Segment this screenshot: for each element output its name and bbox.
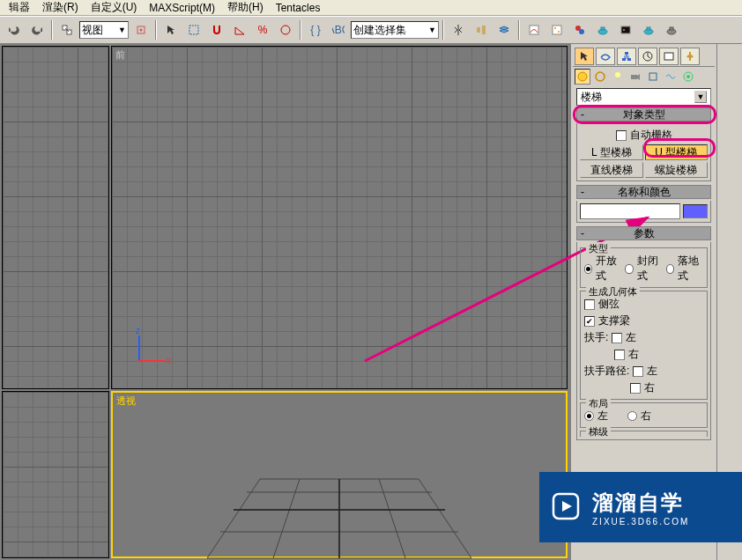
viewport-perspective[interactable]: 透视 <box>111 391 568 558</box>
railpath-left-checkbox[interactable] <box>633 366 643 377</box>
viewport-area: 前 z x 透视 <box>0 44 571 560</box>
render-frame-icon[interactable] <box>615 19 636 41</box>
main-toolbar: 视图▼ % { } ABC 创建选择集▼ <box>0 16 742 44</box>
autogrid-checkbox[interactable] <box>616 130 627 141</box>
name-color-body <box>576 201 711 223</box>
render-setup-icon[interactable] <box>592 19 613 41</box>
viewport-top-left[interactable] <box>2 46 109 389</box>
rollout-name-color[interactable]: - 名称和颜色 <box>576 185 711 199</box>
align-icon[interactable] <box>471 19 492 41</box>
lights-icon[interactable] <box>610 69 626 85</box>
perspective-grid <box>207 444 471 560</box>
material-editor-icon[interactable] <box>569 19 590 41</box>
svg-rect-10 <box>477 27 480 33</box>
viewport-bottom-left[interactable] <box>2 391 109 558</box>
svg-point-51 <box>615 72 620 77</box>
select-region-icon[interactable] <box>183 19 204 41</box>
handrail-right-checkbox[interactable] <box>614 350 625 360</box>
command-tabs <box>573 46 715 67</box>
layout-left-radio[interactable] <box>584 411 594 421</box>
rollout-parameters[interactable]: - 参数 <box>576 226 711 240</box>
svg-point-4 <box>140 29 143 32</box>
category-value: 楼梯 <box>581 90 602 105</box>
steps-group: 梯级 <box>580 431 708 437</box>
selection-set-combo[interactable]: 创建选择集▼ <box>351 21 439 39</box>
gen-geom-group: 生成几何体 侧弦 ✔支撑梁 扶手: 左 右 扶手路径: 左 右 <box>580 291 708 400</box>
link-icon[interactable] <box>56 19 78 41</box>
shapes-icon[interactable] <box>592 69 608 85</box>
svg-rect-13 <box>553 26 561 34</box>
menu-help[interactable]: 帮助(H) <box>222 0 269 16</box>
handrail-label: 扶手: <box>584 330 608 345</box>
l-stair-button[interactable]: L 型楼梯 <box>580 144 643 160</box>
svg-point-21 <box>623 29 625 31</box>
schematic-icon[interactable] <box>546 19 568 41</box>
object-type-body: 自动栅格 L 型楼梯 U 型楼梯 直线楼梯 螺旋楼梯 <box>576 123 711 181</box>
angle-snap-icon[interactable] <box>229 19 250 41</box>
svg-text:%: % <box>258 24 268 36</box>
viewport-front[interactable]: 前 z x <box>111 46 568 389</box>
category-combo[interactable]: 楼梯 ▼ <box>576 88 711 106</box>
create-tab-icon[interactable] <box>575 48 594 65</box>
spacewarps-icon[interactable] <box>663 69 679 85</box>
helpers-icon[interactable] <box>645 69 661 85</box>
type-open-radio[interactable] <box>584 264 592 274</box>
stringers-checkbox[interactable] <box>584 299 595 310</box>
menu-customize[interactable]: 自定义(U) <box>85 0 143 16</box>
pivot-icon[interactable] <box>130 19 152 41</box>
cameras-icon[interactable] <box>627 69 643 85</box>
named-sel-abc-icon[interactable]: ABC <box>328 19 349 41</box>
snap-toggle-icon[interactable] <box>206 19 227 41</box>
type-group: 类型 开放式 封闭式 落地式 <box>580 247 708 288</box>
layer-icon[interactable] <box>493 19 515 41</box>
type-box-radio[interactable] <box>666 264 674 274</box>
spinner-snap-icon[interactable] <box>275 19 296 41</box>
object-color-swatch[interactable] <box>683 204 708 218</box>
svg-rect-14 <box>554 27 556 29</box>
motion-tab-icon[interactable] <box>638 48 657 65</box>
quick-render-icon[interactable] <box>638 19 659 41</box>
menu-bar[interactable]: 辑器 渲染(R) 自定义(U) MAXScript(M) 帮助(H) Tenta… <box>0 0 742 16</box>
svg-point-50 <box>596 72 605 81</box>
railpath-right-checkbox[interactable] <box>630 383 641 394</box>
percent-snap-icon[interactable]: % <box>252 19 273 41</box>
mirror-icon[interactable] <box>448 19 469 41</box>
hierarchy-tab-icon[interactable] <box>617 48 636 65</box>
layout-right-radio[interactable] <box>627 411 637 421</box>
rollout-object-type[interactable]: - 对象类型 <box>576 107 711 122</box>
svg-rect-53 <box>631 75 637 79</box>
ref-coord-combo[interactable]: 视图▼ <box>79 21 129 39</box>
type-closed-radio[interactable] <box>625 264 633 274</box>
object-name-input[interactable] <box>580 203 680 219</box>
svg-rect-25 <box>670 27 673 30</box>
collapse-icon: - <box>581 186 584 198</box>
curve-editor-icon[interactable] <box>523 19 545 41</box>
svg-rect-11 <box>482 26 486 34</box>
named-sel-icon[interactable]: { } <box>305 19 326 41</box>
utilities-tab-icon[interactable] <box>680 48 700 65</box>
svg-line-47 <box>648 56 650 58</box>
handrail-left-checkbox[interactable] <box>612 333 622 343</box>
autogrid-label: 自动栅格 <box>630 128 672 143</box>
render-last-icon[interactable] <box>661 19 682 41</box>
svg-rect-39 <box>625 52 628 55</box>
geometry-icon[interactable] <box>575 69 590 85</box>
menu-editor[interactable]: 辑器 <box>4 0 35 16</box>
systems-icon[interactable] <box>680 69 696 85</box>
spiral-stair-button[interactable]: 螺旋楼梯 <box>645 162 709 178</box>
svg-point-55 <box>686 75 690 78</box>
modify-tab-icon[interactable] <box>596 48 615 65</box>
display-tab-icon[interactable] <box>659 48 679 65</box>
svg-rect-15 <box>558 31 560 33</box>
menu-render[interactable]: 渲染(R) <box>37 0 84 16</box>
menu-maxscript[interactable]: MAXScript(M) <box>144 1 220 15</box>
redo-icon[interactable] <box>26 19 48 41</box>
carriage-checkbox[interactable]: ✔ <box>584 316 595 327</box>
menu-tentacles[interactable]: Tentacles <box>271 1 326 15</box>
undo-icon[interactable] <box>4 19 25 41</box>
watermark-logo-icon <box>548 489 583 527</box>
straight-stair-button[interactable]: 直线楼梯 <box>580 162 643 178</box>
dropdown-arrow-icon[interactable]: ▼ <box>694 91 707 103</box>
u-stair-button[interactable]: U 型楼梯 <box>645 144 709 160</box>
select-icon[interactable] <box>160 19 182 41</box>
